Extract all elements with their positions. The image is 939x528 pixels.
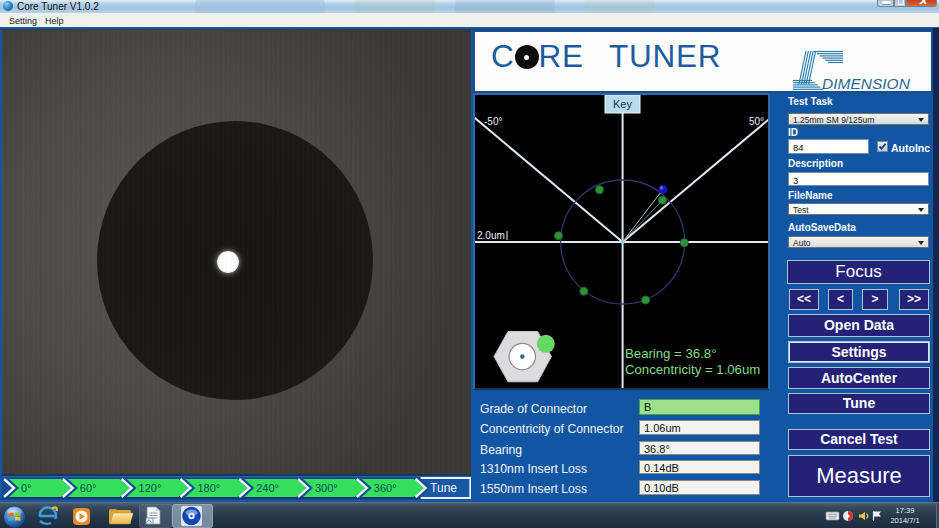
svg-text:180°: 180° <box>197 482 220 494</box>
svg-text:0°: 0° <box>21 482 32 494</box>
svg-text:-50°: -50° <box>484 116 502 127</box>
svg-text:50°: 50° <box>749 116 764 127</box>
svg-text:240°: 240° <box>256 482 279 494</box>
svg-text:120°: 120° <box>139 482 162 494</box>
svg-text:DIMENSION: DIMENSION <box>822 75 910 92</box>
svg-text:Key: Key <box>613 98 632 110</box>
svg-text:Concentricity = 1.06um: Concentricity = 1.06um <box>625 362 760 377</box>
svg-text:2.0um: 2.0um <box>477 230 505 241</box>
svg-text:Bearing = 36.8°: Bearing = 36.8° <box>625 346 716 361</box>
svg-text:360°: 360° <box>374 482 397 494</box>
svg-text:Tune: Tune <box>430 481 457 495</box>
svg-text:60°: 60° <box>80 482 97 494</box>
svg-text:300°: 300° <box>315 482 338 494</box>
